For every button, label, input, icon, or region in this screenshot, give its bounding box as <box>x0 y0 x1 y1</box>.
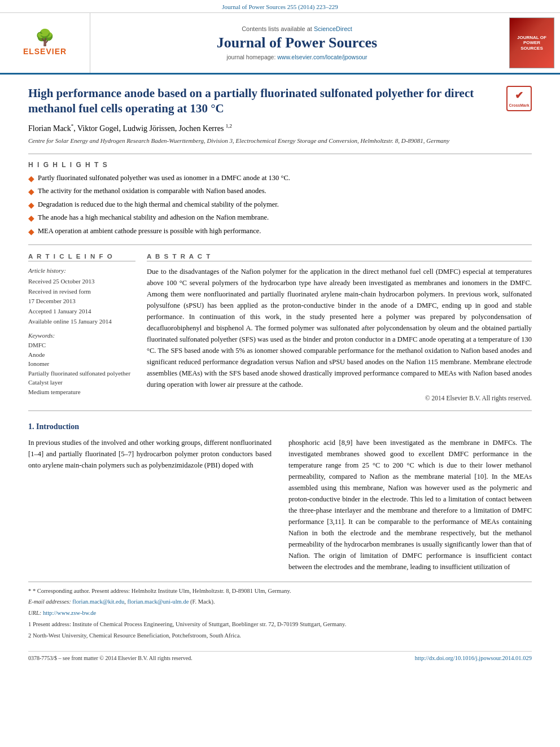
highlight-text-4: The anode has a high mechanical stabilit… <box>38 213 269 223</box>
highlights-list: ◆ Partly fluorinated sulfonated polyethe… <box>28 173 532 238</box>
footnote-email-name: (F. Mack). <box>190 599 215 605</box>
keyword-6: Medium temperature <box>28 387 135 397</box>
intro-two-col: In previous studies of the involved and … <box>28 437 532 573</box>
footnote-url-label: URL: <box>28 610 43 616</box>
highlight-text-5: MEA operation at ambient cathode pressur… <box>38 226 261 237</box>
highlight-text-2: The activity for the methanol oxidation … <box>38 186 266 196</box>
footnote-star: * <box>28 588 33 594</box>
article-info-col: A R T I C L E I N F O Article history: R… <box>28 253 135 401</box>
bottom-bar: 0378-7753/$ – see front matter © 2014 El… <box>28 651 532 661</box>
highlight-bullet-3: ◆ <box>28 200 34 211</box>
crossmark-badge: ✔ CrossMark <box>506 86 532 111</box>
received-revised-label: Received in revised form <box>28 287 135 297</box>
highlight-item-5: ◆ MEA operation at ambient cathode press… <box>28 226 532 238</box>
authors-line: Florian Mack*, Viktor Gogel, Ludwig Jöri… <box>28 124 532 134</box>
intro-text-left: In previous studies of the involved and … <box>28 437 272 471</box>
issn-text: 0378-7753/$ – see front matter © 2014 El… <box>28 655 193 661</box>
available-date: Available online 15 January 2014 <box>28 317 135 327</box>
abstract-col: A B S T R A C T Due to the disadvantages… <box>147 253 532 401</box>
journal-thumbnail: JOURNAL OFPOWERSOURCES <box>509 18 554 68</box>
highlights-section: H I G H L I G H T S ◆ Partly fluorinated… <box>28 161 532 238</box>
intro-col-left: In previous studies of the involved and … <box>28 437 272 573</box>
highlight-item-4: ◆ The anode has a high mechanical stabil… <box>28 213 532 224</box>
elsevier-tree-icon: 🌳 <box>35 30 55 46</box>
page: Journal of Power Sources 255 (2014) 223–… <box>0 0 560 747</box>
abstract-title: A B S T R A C T <box>147 253 532 261</box>
journal-title-header: Journal of Power Sources <box>217 34 377 51</box>
journal-homepage-line: journal homepage: www.elsevier.com/locat… <box>226 54 367 60</box>
affiliation-text: Centre for Solar Energy and Hydrogen Res… <box>28 137 532 145</box>
highlight-bullet-4: ◆ <box>28 213 34 224</box>
keyword-3: Ionomer <box>28 359 135 369</box>
main-content: High performance anode based on a partia… <box>0 75 560 672</box>
received-date: Received 25 October 2013 <box>28 277 135 287</box>
elsevier-text: ELSEVIER <box>23 47 67 56</box>
footnote-corresponding-text: * Corresponding author. Present address:… <box>33 588 291 594</box>
footnote-url-item: URL: http://www.zsw-bw.de <box>28 609 532 618</box>
author-sup: 1,2 <box>226 124 232 129</box>
introduction-header: 1. Introduction <box>28 422 532 431</box>
highlight-bullet-5: ◆ <box>28 226 34 238</box>
highlight-item-3: ◆ Degradation is reduced due to the high… <box>28 200 532 211</box>
highlight-text-3: Degradation is reduced due to the high t… <box>38 200 279 210</box>
abstract-copyright: © 2014 Elsevier B.V. All rights reserved… <box>147 395 532 401</box>
highlight-bullet-1: ◆ <box>28 173 34 185</box>
header-left-logo: 🌳 ELSEVIER <box>0 13 90 73</box>
footnote-email-label: E-mail addresses: <box>28 599 72 605</box>
introduction-section: 1. Introduction In previous studies of t… <box>28 422 532 573</box>
top-citation-bar: Journal of Power Sources 255 (2014) 223–… <box>0 0 560 13</box>
doi-link[interactable]: http://dx.doi.org/10.1016/j.jpowsour.201… <box>415 655 532 661</box>
sciencedirect-link[interactable]: ScienceDirect <box>314 25 352 32</box>
paper-title-block: High performance anode based on a partia… <box>28 86 532 117</box>
keywords-section: Keywords: DMFC Anode Ionomer Partially f… <box>28 332 135 396</box>
divider-1 <box>28 154 532 154</box>
divider-2 <box>28 244 532 245</box>
keyword-2: Anode <box>28 350 135 360</box>
authors-text: Florian Mack*, Viktor Gogel, Ludwig Jöri… <box>28 124 232 133</box>
sciencedirect-line: Contents lists available at ScienceDirec… <box>242 25 352 32</box>
crossmark-icon: ✔ <box>515 89 523 102</box>
highlights-title: H I G H L I G H T S <box>28 161 532 169</box>
journal-thumb-title: JOURNAL OFPOWERSOURCES <box>517 35 546 51</box>
paper-title-text: High performance anode based on a partia… <box>28 86 474 115</box>
highlight-bullet-2: ◆ <box>28 186 34 198</box>
corresponding-star: * <box>71 124 74 129</box>
footnote-email-2[interactable]: florian.mack@uni-ulm.de <box>128 599 189 605</box>
footnote-url[interactable]: http://www.zsw-bw.de <box>43 610 96 616</box>
elsevier-logo: 🌳 ELSEVIER <box>23 30 67 56</box>
keywords-title: Keywords: <box>28 332 135 339</box>
header-right-thumb: JOURNAL OFPOWERSOURCES <box>504 13 560 73</box>
abstract-text: Due to the disadvantages of the Nafion p… <box>147 266 532 390</box>
highlight-text-1: Partly fluorinated sulfonated polyether … <box>38 173 290 184</box>
footnote-2: 2 North-West University, Chemical Resour… <box>28 631 532 640</box>
journal-citation: Journal of Power Sources 255 (2014) 223–… <box>222 3 338 10</box>
highlight-item-2: ◆ The activity for the methanol oxidatio… <box>28 186 532 198</box>
footnote-corresponding: * * Corresponding author. Present addres… <box>28 587 532 596</box>
article-info-abstract-block: A R T I C L E I N F O Article history: R… <box>28 253 532 401</box>
journal-header: 🌳 ELSEVIER Contents lists available at S… <box>0 13 560 75</box>
highlight-item-1: ◆ Partly fluorinated sulfonated polyethe… <box>28 173 532 185</box>
article-info-block: Article history: Received 25 October 201… <box>28 266 135 327</box>
history-label: Article history: <box>28 266 135 276</box>
footnote-1: 1 Present address: Institute of Chemical… <box>28 620 532 629</box>
footnotes-area: * * Corresponding author. Present addres… <box>28 582 532 640</box>
accepted-date: Accepted 1 January 2014 <box>28 307 135 317</box>
keyword-5: Catalyst layer <box>28 378 135 387</box>
footnote-email-1[interactable]: florian.mack@kit.edu <box>72 599 124 605</box>
keyword-1: DMFC <box>28 340 135 350</box>
article-info-title: A R T I C L E I N F O <box>28 253 135 261</box>
homepage-link[interactable]: www.elsevier.com/locate/jpowsour <box>277 54 367 60</box>
divider-3 <box>28 410 532 411</box>
header-center: Contents lists available at ScienceDirec… <box>90 13 504 73</box>
keyword-4: Partially fluorinated sulfonated polyeth… <box>28 369 135 378</box>
crossmark-text: CrossMark <box>509 103 529 108</box>
revised-date: 17 December 2013 <box>28 296 135 307</box>
footnote-email-item: E-mail addresses: florian.mack@kit.edu, … <box>28 597 532 606</box>
intro-col-right: phosphoric acid [8,9] have been investig… <box>288 437 532 573</box>
intro-text-right: phosphoric acid [8,9] have been investig… <box>288 437 532 573</box>
